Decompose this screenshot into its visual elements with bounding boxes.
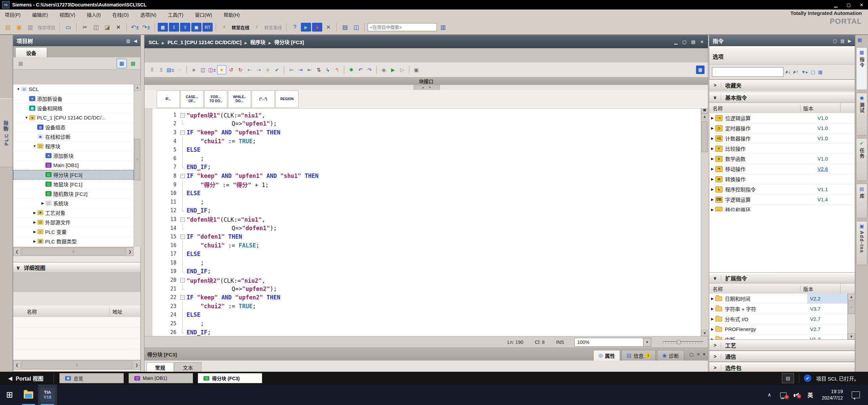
snippet-comment-button[interactable]: (*...*) bbox=[252, 90, 275, 108]
detail-view-header[interactable]: ∨ 详细视图 bbox=[13, 262, 140, 273]
menu-item[interactable]: 项目(P) bbox=[5, 11, 21, 18]
float-inspector-icon[interactable]: ▢ bbox=[690, 352, 694, 357]
extended-scroll-thumb[interactable]: ≡ bbox=[848, 300, 855, 314]
file-explorer-button[interactable] bbox=[19, 385, 38, 405]
tree-hscroll-thumb[interactable]: ∥ bbox=[21, 247, 126, 256]
insert-row-above-icon[interactable]: ⊼ bbox=[148, 66, 156, 74]
fold-toggle-icon[interactable]: − bbox=[179, 276, 187, 284]
chevron-down-icon[interactable]: ∨ bbox=[16, 264, 20, 271]
code-line[interactable]: IF "keep" AND "upfen2" THEN bbox=[187, 294, 280, 301]
monitor-onoff-icon[interactable]: ◉ bbox=[380, 66, 388, 74]
code-line[interactable]: ; bbox=[187, 199, 204, 205]
save-project-label[interactable]: 保存项目 bbox=[38, 24, 55, 31]
instruction-version[interactable]: V2.6 bbox=[815, 166, 855, 172]
instruction-row[interactable]: ▶↷移动操作V2.6 bbox=[709, 164, 855, 174]
tab-plc-programming[interactable]: PLC 编程 bbox=[0, 98, 13, 167]
delete-statement-icon[interactable]: ◌ bbox=[175, 66, 184, 74]
zoom-slider-thumb[interactable] bbox=[677, 340, 680, 344]
hidden-icons-chevron-icon[interactable]: ∧ bbox=[768, 392, 771, 398]
section-favorites[interactable]: > 收藏夹 bbox=[709, 79, 855, 91]
tree-item[interactable]: ▶✱工艺对象 bbox=[13, 208, 134, 218]
next-error-icon[interactable]: ↻ bbox=[236, 66, 245, 74]
tree-item[interactable]: ★添加新块 bbox=[13, 151, 134, 161]
start-button[interactable]: ⊞ bbox=[0, 385, 19, 405]
code-scroll-thumb[interactable] bbox=[701, 121, 708, 152]
tree-expander-icon[interactable]: ▼ bbox=[24, 116, 29, 119]
editor-taskbar-button[interactable]: ◫Main (OB1) bbox=[129, 373, 193, 383]
row-expander-icon[interactable]: ▶ bbox=[709, 136, 715, 140]
menu-item[interactable]: 在线(O) bbox=[112, 11, 129, 18]
code-line[interactable]: Q=>"upfen1"); bbox=[187, 120, 277, 127]
minimize-editor-icon[interactable]: ▁ bbox=[674, 39, 678, 44]
section-basic-instructions[interactable]: ∨ 基本指令 bbox=[709, 92, 855, 103]
restore-layout-icon[interactable]: ▤ bbox=[782, 373, 794, 383]
instruction-search-input[interactable] bbox=[712, 67, 784, 77]
side-tab-4[interactable]: ▤库 bbox=[856, 184, 867, 218]
tree-item[interactable]: ▼■PLC_1 [CPU 1214C DC/DC/... bbox=[13, 113, 134, 123]
detail-hscroll-thumb[interactable]: ∥ bbox=[21, 361, 132, 369]
instruction-row[interactable]: ▶◷定时器操作V1.0 bbox=[709, 123, 855, 133]
row-expander-icon[interactable]: ▶ bbox=[709, 198, 715, 201]
section-1[interactable]: >工艺 bbox=[709, 339, 855, 351]
previous-error-icon[interactable]: ↺ bbox=[227, 66, 235, 74]
tree-scroll-thumb[interactable]: ≡ bbox=[134, 139, 140, 180]
format-text-icon[interactable]: ≡ bbox=[264, 66, 272, 74]
cross-references-icon[interactable]: ✕ bbox=[323, 23, 333, 32]
instruction-row[interactable]: ▶PROFIenergyV2.7 bbox=[709, 324, 847, 334]
fold-toggle-icon[interactable]: − bbox=[179, 232, 187, 241]
detail-horizontal-scrollbar[interactable]: ❮ ∥ ❯ bbox=[13, 360, 140, 370]
scrollbar-splitter-icon[interactable]: ▀ bbox=[701, 109, 708, 113]
code-line[interactable]: IF "dofen1" THEN bbox=[187, 233, 242, 240]
row-expander-icon[interactable]: ▶ bbox=[709, 208, 715, 211]
delete-icon[interactable]: ✕ bbox=[113, 23, 123, 32]
row-expander-icon[interactable]: ▶ bbox=[709, 147, 715, 150]
tree-vertical-scrollbar[interactable]: ∧ ≡ bbox=[134, 85, 141, 247]
detail-view-icon[interactable]: ▦ bbox=[818, 69, 823, 75]
chevron-down-icon[interactable]: ▼ bbox=[643, 338, 651, 346]
tree-item[interactable]: ▼◫程序块 bbox=[13, 142, 134, 151]
row-expander-icon[interactable]: ▶ bbox=[709, 177, 715, 181]
subtab-常规[interactable]: 常规 bbox=[147, 362, 174, 372]
breadcrumb-item[interactable]: SCL bbox=[149, 39, 159, 45]
row-expander-icon[interactable]: ▶ bbox=[709, 187, 715, 191]
row-expander-icon[interactable]: ▶ bbox=[709, 116, 715, 120]
code-line[interactable]: END_IF; bbox=[187, 207, 211, 214]
menu-item[interactable]: 工具(T) bbox=[168, 11, 184, 18]
row-expander-icon[interactable]: ▶ bbox=[709, 297, 715, 300]
insert-statement-icon[interactable]: ▤± bbox=[166, 66, 175, 74]
code-line[interactable]: ELSE bbox=[187, 311, 200, 318]
snippet-for-button[interactable]: FOR...TO DO.. bbox=[204, 90, 227, 108]
tree-item[interactable]: ▼▤SCL bbox=[13, 85, 134, 94]
tree-item[interactable]: ▶▥外部源文件 bbox=[13, 218, 134, 227]
compile-icon[interactable]: ▦ bbox=[158, 23, 168, 32]
snippet-if-button[interactable]: IF... bbox=[157, 90, 180, 108]
section-2[interactable]: >通信 bbox=[709, 351, 855, 362]
redo-icon[interactable]: ↷± bbox=[141, 23, 151, 32]
tree-item[interactable]: ▶◫系统块 bbox=[13, 199, 134, 208]
instruction-row[interactable]: ▶中断V1.2 bbox=[709, 334, 847, 339]
snippet-region-button[interactable]: REGION bbox=[275, 90, 298, 108]
chevron-down-icon[interactable]: ∨ bbox=[709, 95, 721, 100]
editor-taskbar-button[interactable]: ▦总览 bbox=[59, 373, 124, 383]
start-cpu-icon[interactable]: ▶ bbox=[301, 23, 311, 32]
subtab-文本[interactable]: 文本 bbox=[174, 362, 201, 372]
float-editor-icon[interactable]: ▤ bbox=[691, 39, 695, 44]
scroll-left-icon[interactable]: ❮ bbox=[13, 360, 21, 370]
menu-inspector-icon[interactable]: ≡ bbox=[697, 352, 700, 357]
extended-scrollbar[interactable]: ▲ ≡ ▼ bbox=[847, 294, 855, 339]
tree-expander-icon[interactable]: ▶ bbox=[32, 220, 37, 224]
tree-expander-icon[interactable]: ▶ bbox=[32, 211, 37, 215]
scroll-up-icon[interactable]: ▲ bbox=[701, 113, 708, 119]
print-icon[interactable]: ▭ bbox=[63, 23, 73, 32]
zoom-slider[interactable] bbox=[663, 340, 703, 345]
open-project-icon[interactable]: ▣ bbox=[14, 23, 24, 32]
navigate-back-icon[interactable]: ⇦ bbox=[287, 66, 295, 74]
side-tab-3[interactable]: ✔任务 bbox=[856, 138, 867, 181]
tree-horizontal-scrollbar[interactable]: ❮ ∥ ❯ bbox=[13, 247, 134, 256]
line-wrap-icon[interactable]: ⇅ bbox=[314, 66, 323, 74]
instruction-row[interactable]: ▶↳程序控制指令V1.1 bbox=[709, 184, 855, 195]
breadcrumb-item[interactable]: PLC_1 [CPU 1214C DC/DC/DC] bbox=[168, 39, 242, 45]
syntax-check-icon[interactable]: ✔ bbox=[273, 66, 281, 74]
zoom-select[interactable]: 100% ▼ bbox=[574, 338, 651, 347]
scroll-right-icon[interactable]: ❯ bbox=[126, 247, 134, 256]
